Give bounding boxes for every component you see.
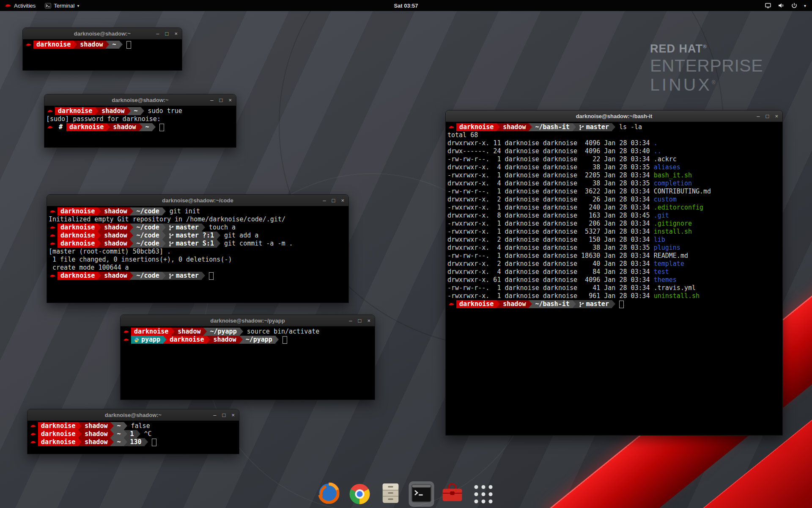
powerline-separator <box>171 328 175 336</box>
titlebar[interactable]: darknoise@shadow:~/bash-it – □ × <box>446 110 782 122</box>
titlebar[interactable]: darknoise@shadow:~ – □ × <box>44 94 236 106</box>
exit-code-segment: 1 <box>127 430 137 438</box>
terminal-line: -rw-rw-r--. 1 darknoise darknoise 41 Jan… <box>447 284 782 292</box>
terminal-text: create mode 100644 a <box>49 264 129 272</box>
powerline-separator <box>98 272 101 280</box>
app-menu-terminal[interactable]: Terminal ▾ <box>40 0 84 11</box>
powerline-separator-shape <box>98 272 101 279</box>
terminal-content[interactable]: darknoiseshadow~ sudo true[sudo] passwor… <box>44 106 236 147</box>
terminal-window-3[interactable]: darknoise@shadow:~/code – □ × darknoises… <box>47 194 349 303</box>
window-title: darknoise@shadow:~ <box>74 30 131 37</box>
redhat-logo-icon <box>5 3 11 8</box>
terminal-text: aliases <box>654 163 680 171</box>
close-button[interactable]: × <box>228 97 232 103</box>
terminal-text: git commit -a -m . <box>220 240 293 248</box>
close-button[interactable]: × <box>231 412 235 418</box>
powerline-separator-shape <box>497 123 500 131</box>
terminal-window-5[interactable]: darknoise@shadow:~ – □ × darknoiseshadow… <box>27 409 239 454</box>
powerline-separator <box>74 41 77 49</box>
toolbox-icon <box>442 483 464 505</box>
terminal-text <box>148 438 152 446</box>
dock-toolbox[interactable] <box>440 481 465 507</box>
close-button[interactable]: × <box>367 318 370 323</box>
branch-icon <box>169 273 174 279</box>
terminal-line: darknoiseshadow~/codemaster touch a <box>49 224 348 232</box>
system-menu[interactable]: ▾ <box>765 0 812 11</box>
powerline-separator <box>110 438 114 446</box>
exit-code-segment: 130 <box>127 438 145 446</box>
powerline-separator <box>106 41 109 49</box>
path-segment: ~/code <box>133 240 162 248</box>
clock[interactable]: Sat 03:57 <box>394 3 418 9</box>
terminal-line: Initialized empty Git repository in /hom… <box>49 215 348 224</box>
minimize-button[interactable]: – <box>156 31 159 36</box>
terminal-window-4[interactable]: darknoise@shadow:~/pyapp – □ × darknoise… <box>120 315 375 400</box>
terminal-text: total 68 <box>447 131 478 139</box>
dock-files[interactable] <box>378 481 403 507</box>
dock-firefox[interactable] <box>316 481 342 507</box>
powerline-separator <box>98 240 101 248</box>
host-segment: shadow <box>82 422 110 430</box>
minimize-button[interactable]: – <box>213 412 216 418</box>
activities-button[interactable]: Activities <box>0 0 40 11</box>
terminal-window-6[interactable]: darknoise@shadow:~/bash-it – □ × darknoi… <box>445 110 783 436</box>
powerline-separator-shape <box>124 430 127 438</box>
minimize-button[interactable]: – <box>757 113 760 119</box>
terminal-window-2[interactable]: darknoise@shadow:~ – □ × darknoiseshadow… <box>44 94 236 148</box>
firefox-icon <box>318 483 340 505</box>
powerline-separator-shape <box>130 232 133 239</box>
redhat-prompt-icon <box>29 422 38 430</box>
terminal-line: create mode 100644 a <box>49 264 348 272</box>
terminal-line: -rwxrwxr-x. 1 darknoise darknoise 240 Ja… <box>447 204 782 212</box>
terminal-window-1[interactable]: darknoise@shadow:~ – □ × darknoiseshadow… <box>22 28 182 71</box>
close-button[interactable]: × <box>174 31 178 36</box>
minimize-button[interactable]: – <box>323 198 326 203</box>
maximize-button[interactable]: □ <box>358 318 362 323</box>
dock-chrome[interactable] <box>347 481 373 507</box>
terminal-icon <box>45 3 51 8</box>
titlebar[interactable]: darknoise@shadow:~/code – □ × <box>47 195 348 206</box>
maximize-button[interactable]: □ <box>222 412 226 418</box>
terminal-text: sudo true <box>144 107 182 115</box>
powerline-separator-shape <box>74 41 77 48</box>
terminal-text: plugins <box>654 244 680 252</box>
host-segment: shadow <box>77 41 106 49</box>
dock-show-apps[interactable] <box>471 481 496 507</box>
terminal-content[interactable]: darknoiseshadow~/bash-itmaster ls -latot… <box>446 122 782 435</box>
titlebar[interactable]: darknoise@shadow:~ – □ × <box>23 28 182 39</box>
titlebar[interactable]: darknoise@shadow:~/pyapp – □ × <box>121 315 375 326</box>
powerline-separator-shape <box>162 224 166 231</box>
redhat-prompt-icon <box>447 300 456 308</box>
powerline-separator <box>124 422 127 430</box>
terminal-content[interactable]: darknoiseshadow~/code git initInitialize… <box>47 206 348 303</box>
terminal-content[interactable]: darknoiseshadow~/pyapp source bin/activa… <box>121 326 375 400</box>
powerline-separator <box>202 224 205 232</box>
powerline-separator-shape <box>497 300 500 308</box>
terminal-text: .. <box>654 147 661 155</box>
close-button[interactable]: × <box>341 198 344 203</box>
terminal-text: drwxrwxr-x. 4 darknoise darknoise 38 Jan… <box>447 244 654 252</box>
titlebar[interactable]: darknoise@shadow:~ – □ × <box>27 409 239 421</box>
terminal-line: darknoiseshadow~1 ^C <box>29 430 239 438</box>
close-button[interactable]: × <box>775 113 778 119</box>
dock-terminal[interactable] <box>409 481 434 507</box>
maximize-button[interactable]: □ <box>219 97 223 103</box>
terminal-content[interactable]: darknoiseshadow~ falsedarknoiseshadow~1 … <box>27 421 239 454</box>
powerline-separator-shape <box>612 123 615 131</box>
minimize-button[interactable]: – <box>210 97 213 103</box>
terminal-text: -rwxrwxr-x. 1 darknoise darknoise 5327 J… <box>447 228 654 236</box>
user-segment: darknoise <box>55 107 95 115</box>
maximize-button[interactable]: □ <box>165 31 169 36</box>
git-segment: master <box>576 300 612 308</box>
minimize-button[interactable]: – <box>349 318 352 323</box>
powerline-separator <box>217 232 220 240</box>
powerline-separator <box>612 123 615 131</box>
powerline-separator <box>145 438 148 446</box>
powerline-separator-shape <box>240 328 243 335</box>
user-segment: darknoise <box>58 207 98 215</box>
terminal-content[interactable]: darknoiseshadow~ <box>23 39 182 70</box>
maximize-button[interactable]: □ <box>332 198 335 203</box>
maximize-button[interactable]: □ <box>766 113 769 119</box>
terminal-line: darknoiseshadow~/codemaster <box>49 272 348 280</box>
terminal-text: -rw-rw-r--. 1 darknoise darknoise 41 Jan… <box>447 284 696 292</box>
